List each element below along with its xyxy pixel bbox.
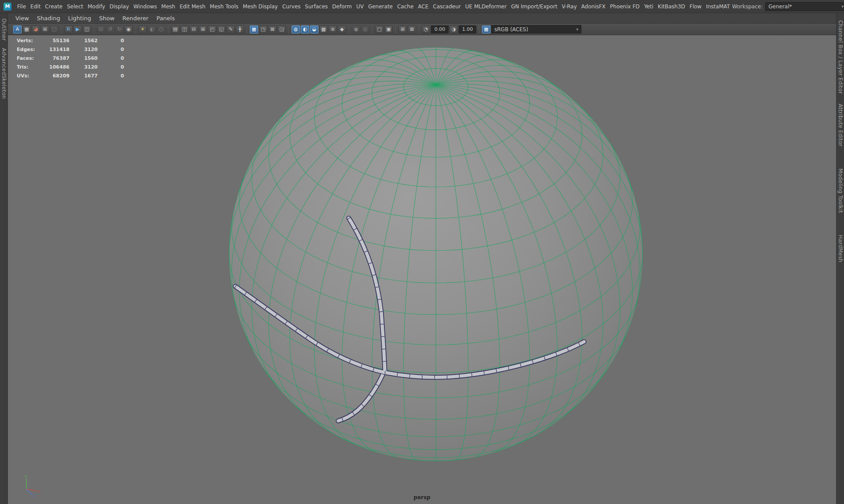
- main-menubar: M FileEditCreateSelectModifyDisplayWindo…: [0, 0, 844, 13]
- panel-menu-lighting[interactable]: Lighting: [64, 14, 95, 23]
- perspective-viewport[interactable]: Verts:5513615620Edges:13141831200Faces:7…: [8, 35, 836, 504]
- menu-mesh[interactable]: Mesh: [159, 1, 178, 12]
- hud-label: Verts:: [17, 38, 41, 44]
- toolbar-separator: [168, 26, 168, 33]
- panel-menu-view[interactable]: View: [11, 14, 33, 23]
- view-redo-icon[interactable]: ↻: [115, 26, 124, 33]
- frame-all-icon[interactable]: ⊞: [398, 26, 407, 33]
- menu-mesh-tools[interactable]: Mesh Tools: [208, 1, 241, 12]
- menu-display[interactable]: Display: [107, 1, 131, 12]
- view-transform-icon[interactable]: ▦: [482, 26, 490, 33]
- workspace-dropdown[interactable]: General* ▾: [765, 2, 844, 11]
- exposure-value[interactable]: [431, 26, 449, 33]
- menu-v-ray[interactable]: V-Ray: [559, 1, 579, 12]
- use-all-lights-icon[interactable]: ⊛: [329, 26, 337, 33]
- xray-mode-icon[interactable]: ◐: [301, 26, 309, 33]
- safe-action-icon[interactable]: ◰: [208, 26, 216, 33]
- heads-up-display-toggle-icon[interactable]: ◳: [259, 26, 267, 33]
- menu-kitbash3d[interactable]: KitBash3D: [656, 1, 687, 12]
- film-gate-icon[interactable]: ▤: [171, 26, 179, 33]
- tab-outliner[interactable]: Outliner: [0, 18, 7, 41]
- menu-select[interactable]: Select: [65, 1, 85, 12]
- menu-instamat[interactable]: InstaMAT: [704, 1, 732, 12]
- menu-surfaces[interactable]: Surfaces: [303, 1, 330, 12]
- menu-cascadeur[interactable]: Cascadeur: [431, 1, 463, 12]
- vray-render-icon[interactable]: R: [64, 26, 73, 33]
- menu-create[interactable]: Create: [43, 1, 65, 12]
- checker-map-icon[interactable]: ▩: [319, 26, 328, 33]
- object-details-icon[interactable]: ⊠: [268, 26, 277, 33]
- viewcube-toggle-icon[interactable]: ◲: [278, 26, 286, 33]
- menu-file[interactable]: File: [15, 1, 28, 12]
- hud-label: Faces:: [17, 55, 41, 61]
- safe-title-icon[interactable]: ◱: [217, 26, 226, 33]
- menu-curves[interactable]: Curves: [280, 1, 303, 12]
- menu-cache[interactable]: Cache: [395, 1, 416, 12]
- view-undo-icon[interactable]: ↺: [106, 26, 114, 33]
- panel-menu-renderer[interactable]: Renderer: [118, 14, 152, 23]
- occlusion-toggle-icon[interactable]: ●: [352, 26, 360, 33]
- menu-ace[interactable]: ACE: [416, 1, 431, 12]
- hud-value: 3120: [69, 64, 98, 70]
- tab-advancedskeleton[interactable]: AdvancedSkeleton: [0, 48, 7, 99]
- toolbar-separator: [247, 26, 247, 33]
- default-lighting-icon[interactable]: ☀: [139, 26, 147, 33]
- menu-mesh-display[interactable]: Mesh Display: [241, 1, 280, 12]
- annotate-pencil-icon[interactable]: ✎: [227, 26, 235, 33]
- grid-toggle-icon[interactable]: ▦: [250, 26, 258, 33]
- render-settings-icon[interactable]: ◫: [83, 26, 91, 33]
- snapshot-icon[interactable]: ⊡: [97, 26, 105, 33]
- panel-menu-show[interactable]: Show: [95, 14, 118, 23]
- hud-value: 0: [98, 47, 124, 52]
- tab-modeling-toolkit[interactable]: Modeling Toolkit: [837, 168, 844, 213]
- toolbar-separator: [61, 26, 62, 33]
- viewport-canvas[interactable]: [8, 35, 836, 504]
- menu-gn-import-export[interactable]: GN Import/Export: [509, 1, 559, 12]
- isolate-select-add-icon[interactable]: ▣: [384, 26, 393, 33]
- colorspace-dropdown[interactable]: sRGB (ACES)▾: [491, 25, 581, 33]
- gamma-icon[interactable]: ◑: [449, 26, 458, 33]
- select-camera-icon[interactable]: A: [13, 26, 22, 33]
- tab-attribute-editor[interactable]: Attribute Editor: [837, 104, 844, 146]
- ipr-render-icon[interactable]: ▶: [73, 26, 82, 33]
- menu-generate[interactable]: Generate: [366, 1, 395, 12]
- menu-edit-mesh[interactable]: Edit Mesh: [177, 1, 208, 12]
- toolbar-separator: [479, 26, 479, 33]
- menu-edit[interactable]: Edit: [28, 1, 43, 12]
- motion-blur-toggle-icon[interactable]: ◎: [361, 26, 369, 33]
- shadows-toggle-icon[interactable]: ◆: [338, 26, 346, 33]
- flat-lighting-icon[interactable]: ○: [157, 26, 165, 33]
- menu-phoenix-fd[interactable]: Phoenix FD: [608, 1, 642, 12]
- tab-hardmesh[interactable]: HardMesh: [837, 235, 844, 263]
- grease-pencil-icon[interactable]: ▦: [22, 26, 31, 33]
- field-chart-icon[interactable]: ⊞: [199, 26, 207, 33]
- menu-deform[interactable]: Deform: [330, 1, 354, 12]
- menu-yeti[interactable]: Yeti: [642, 1, 655, 12]
- isolate-select-icon[interactable]: □: [375, 26, 384, 33]
- frame-selection-icon[interactable]: ⊠: [408, 26, 416, 33]
- camera-name-label: persp: [8, 494, 836, 500]
- layout-windows-icon[interactable]: ⊞: [41, 26, 49, 33]
- gamma-value[interactable]: [459, 26, 476, 33]
- menu-adonisfx[interactable]: AdonisFX: [579, 1, 608, 12]
- menu-windows[interactable]: Windows: [131, 1, 159, 12]
- gate-mask-icon[interactable]: ⊟: [190, 26, 198, 33]
- panel-menu-shading[interactable]: Shading: [33, 14, 64, 23]
- tab-channel-box-layer-editor[interactable]: Channel Box / Layer Editor: [837, 20, 844, 94]
- pivot-anchor-icon[interactable]: ╋: [236, 26, 244, 33]
- menu-ue-mldeformer[interactable]: UE MLDeformer: [463, 1, 509, 12]
- menu-modify[interactable]: Modify: [85, 1, 107, 12]
- wireframe-on-shaded-icon[interactable]: ◍: [292, 26, 300, 33]
- toolbar-separator: [289, 26, 289, 33]
- exposure-icon[interactable]: ◔: [422, 26, 430, 33]
- camera-attributes-icon[interactable]: ◉: [124, 26, 133, 33]
- left-tab-strip: OutlinerAdvancedSkeleton: [0, 13, 8, 504]
- shaded-mode-icon[interactable]: ◕: [32, 26, 40, 33]
- menu-flow[interactable]: Flow: [687, 1, 704, 12]
- panel-menu-panels[interactable]: Panels: [153, 14, 179, 23]
- resolution-gate-icon[interactable]: ◫: [180, 26, 189, 33]
- menu-uv[interactable]: UV: [354, 1, 366, 12]
- image-plane-icon[interactable]: ▢: [50, 26, 58, 33]
- textured-mode-icon[interactable]: ◒: [310, 26, 318, 33]
- two-sided-lighting-icon[interactable]: ◐: [148, 26, 156, 33]
